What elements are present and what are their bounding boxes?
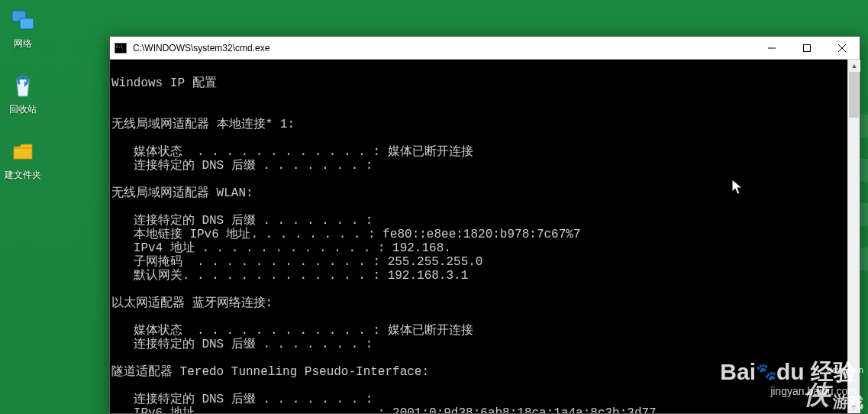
window-titlebar[interactable]: C:\WINDOWS\system32\cmd.exe xyxy=(110,37,860,60)
console-area: Windows IP 配置 无线局域网适配器 本地连接* 1: 媒体状态 . .… xyxy=(110,60,860,413)
svg-rect-1 xyxy=(20,18,34,29)
network-icon xyxy=(9,6,37,34)
svg-rect-3 xyxy=(804,44,811,51)
recycle-bin-shortcut[interactable]: 回收站 xyxy=(0,72,46,116)
close-button[interactable] xyxy=(824,37,860,59)
new-folder-label: 建文件夹 xyxy=(5,169,41,182)
scroll-thumb[interactable] xyxy=(849,72,859,118)
recycle-bin-icon xyxy=(9,72,37,99)
scroll-down-button[interactable]: ▼ xyxy=(848,401,860,413)
network-label: 网络 xyxy=(14,37,32,50)
cmd-window: C:\WINDOWS\system32\cmd.exe Windows IP 配… xyxy=(109,36,860,414)
desktop: 网络 回收站 建文件夹 C:\WINDOWS\system32\cmd.exe xyxy=(0,0,868,414)
network-shortcut[interactable]: 网络 xyxy=(0,6,46,50)
desktop-icon-column: 网络 回收站 建文件夹 xyxy=(0,6,46,182)
minimize-button[interactable] xyxy=(754,37,789,59)
scroll-up-button[interactable]: ▲ xyxy=(848,60,860,72)
vertical-scrollbar[interactable]: ▲ ▼ xyxy=(847,60,860,413)
recycle-bin-label: 回收站 xyxy=(9,103,37,116)
console-output[interactable]: Windows IP 配置 无线局域网适配器 本地连接* 1: 媒体状态 . .… xyxy=(110,60,847,413)
cmd-icon xyxy=(115,43,127,53)
window-title: C:\WINDOWS\system32\cmd.exe xyxy=(133,43,754,53)
new-folder-shortcut[interactable]: 建文件夹 xyxy=(0,137,46,182)
maximize-button[interactable] xyxy=(789,37,824,59)
window-controls xyxy=(754,37,860,59)
folder-icon xyxy=(9,137,37,165)
